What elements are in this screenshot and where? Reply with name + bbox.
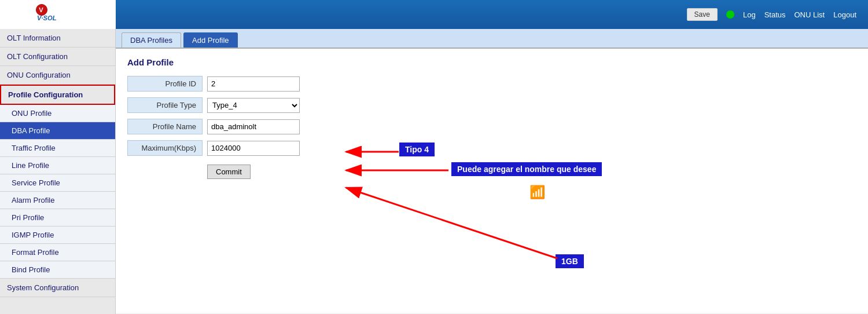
- sidebar-sub-item-traffic-profile[interactable]: Traffic Profile: [0, 140, 115, 157]
- tab-bar: DBA ProfilesAdd Profile: [116, 29, 868, 49]
- svg-text:V·SOL: V·SOL: [37, 14, 57, 21]
- sidebar-sub-item-onu-profile[interactable]: ONU Profile: [0, 105, 115, 122]
- profile-type-row: Profile Type Type_4 Type_1 Type_2 Type_3: [127, 97, 856, 113]
- main-content: DBA ProfilesAdd Profile Add Profile Prof…: [116, 29, 868, 314]
- annotation-1gb: 1GB: [556, 254, 584, 268]
- header-right: Save Log Status ONU List Logout: [687, 8, 856, 21]
- sidebar-item-profile-config[interactable]: Profile Configuration: [0, 85, 115, 105]
- sidebar-item-olt-config[interactable]: OLT Configuration: [0, 48, 115, 66]
- logo-area: V V·SOL: [0, 0, 116, 29]
- log-link[interactable]: Log: [743, 10, 756, 19]
- vsol-logo: V V·SOL: [35, 3, 81, 26]
- profile-id-label: Profile ID: [127, 76, 203, 92]
- isp-watermark: 📶 ISP: [529, 185, 545, 197]
- profile-name-label: Profile Name: [127, 119, 203, 134]
- sidebar-sub-item-alarm-profile[interactable]: Alarm Profile: [0, 192, 115, 209]
- profile-id-input[interactable]: [207, 76, 300, 92]
- sidebar-sub-item-dba-profile[interactable]: DBA Profile: [0, 122, 115, 140]
- sidebar-item-olt-info[interactable]: OLT Information: [0, 29, 115, 48]
- tab-add-profile[interactable]: Add Profile: [183, 32, 238, 48]
- annotation-nombre: Puede agregar el nombre que desee: [451, 162, 602, 176]
- sidebar-sub-item-bind-profile[interactable]: Bind Profile: [0, 261, 115, 279]
- sidebar: OLT InformationOLT ConfigurationONU Conf…: [0, 29, 116, 314]
- profile-name-row: Profile Name: [127, 119, 856, 134]
- svg-text:V: V: [39, 6, 43, 13]
- content-area: Add Profile Profile ID Profile Type Type…: [116, 49, 868, 313]
- profile-name-input[interactable]: [207, 119, 300, 134]
- status-link[interactable]: Status: [764, 10, 786, 19]
- sidebar-sub-item-igmp-profile[interactable]: IGMP Profile: [0, 227, 115, 244]
- layout: OLT InformationOLT ConfigurationONU Conf…: [0, 29, 868, 314]
- profile-type-label: Profile Type: [127, 97, 203, 113]
- status-indicator: [726, 10, 734, 19]
- annotation-tipo4: Tipo 4: [399, 143, 435, 156]
- wifi-icon: 📶: [529, 185, 545, 200]
- header: V V·SOL Save Log Status ONU List Logout: [0, 0, 868, 29]
- maximum-kbps-label: Maximum(Kbps): [127, 140, 203, 156]
- maximum-kbps-input[interactable]: [207, 141, 300, 156]
- svg-line-6: [346, 188, 557, 258]
- save-button[interactable]: Save: [687, 8, 718, 21]
- page-title: Add Profile: [127, 57, 856, 67]
- onu-list-link[interactable]: ONU List: [795, 10, 825, 19]
- profile-id-row: Profile ID: [127, 76, 856, 92]
- tab-dba-profiles[interactable]: DBA Profiles: [122, 32, 181, 48]
- sidebar-sub-item-line-profile[interactable]: Line Profile: [0, 157, 115, 174]
- maximum-kbps-row: Maximum(Kbps): [127, 140, 856, 156]
- sidebar-sub-item-format-profile[interactable]: Format Profile: [0, 244, 115, 261]
- sidebar-sub-item-service-profile[interactable]: Service Profile: [0, 174, 115, 192]
- logout-link[interactable]: Logout: [833, 10, 856, 19]
- sidebar-item-system-config[interactable]: System Configuration: [0, 279, 115, 297]
- sidebar-item-onu-config[interactable]: ONU Configuration: [0, 66, 115, 85]
- commit-button[interactable]: Commit: [207, 165, 251, 179]
- profile-type-select[interactable]: Type_4 Type_1 Type_2 Type_3: [207, 98, 300, 113]
- sidebar-sub-item-pri-profile[interactable]: Pri Profile: [0, 209, 115, 227]
